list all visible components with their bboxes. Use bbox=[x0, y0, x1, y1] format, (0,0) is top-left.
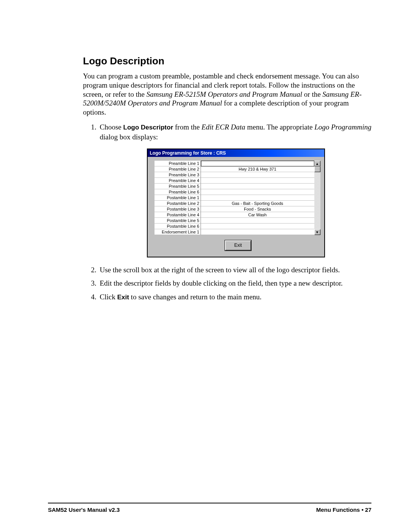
row-value[interactable]: Hwy 210 & Hwy 371 bbox=[201, 166, 314, 172]
row-label: Postamble Line 4 bbox=[155, 212, 201, 218]
table-row[interactable]: Postamble Line 6 bbox=[155, 224, 314, 229]
row-value[interactable] bbox=[201, 229, 314, 235]
row-label: Preamble Line 6 bbox=[155, 189, 201, 195]
row-label: Preamble Line 4 bbox=[155, 178, 201, 184]
row-value[interactable]: Food - Snacks bbox=[201, 206, 314, 212]
scroll-track[interactable] bbox=[314, 166, 320, 229]
exit-label: Exit bbox=[117, 294, 129, 301]
chevron-up-icon: ▲ bbox=[315, 161, 319, 166]
step-4: Click Exit to save changes and return to… bbox=[98, 292, 372, 302]
table-row[interactable]: Preamble Line 4 bbox=[155, 178, 314, 184]
steps-list: Choose Logo Descriptor from the Edit ECR… bbox=[83, 122, 372, 302]
logo-programming-dialog: Logo Programming for Store : CRS Preambl… bbox=[147, 149, 325, 257]
row-value[interactable]: Car Wash bbox=[201, 212, 314, 218]
row-label: Postamble Line 2 bbox=[155, 201, 201, 206]
intro-text: or the bbox=[302, 90, 322, 98]
scroll-thumb[interactable] bbox=[314, 166, 320, 172]
section-heading: Logo Description bbox=[83, 55, 372, 67]
row-label: Postamble Line 3 bbox=[155, 206, 201, 212]
intro-paragraph: You can program a custom preamble, posta… bbox=[83, 72, 372, 117]
dialog-title: Logo Programming for Store : CRS bbox=[150, 150, 226, 156]
row-value[interactable] bbox=[201, 184, 314, 189]
footer-left: SAM52 User's Manual v2.3 bbox=[48, 506, 120, 513]
row-label: Postamble Line 6 bbox=[155, 224, 201, 229]
step-2: Use the scroll box at the right of the s… bbox=[98, 265, 372, 275]
row-label: Preamble Line 2 bbox=[155, 166, 201, 172]
row-value[interactable] bbox=[201, 189, 314, 195]
table-row[interactable]: Endorsement Line 1 bbox=[155, 229, 314, 235]
scroll-down-button[interactable]: ▼ bbox=[314, 229, 320, 235]
step-1: Choose Logo Descriptor from the Edit ECR… bbox=[98, 122, 372, 257]
menu-name: Edit ECR Data bbox=[201, 123, 245, 131]
exit-button[interactable]: Exit bbox=[225, 240, 251, 250]
row-value[interactable]: Gas - Bait - Sporting Goods bbox=[201, 201, 314, 206]
table-row[interactable]: Postamble Line 2 Gas - Bait - Sporting G… bbox=[155, 201, 314, 206]
table-row[interactable]: Postamble Line 4 Car Wash bbox=[155, 212, 314, 218]
dialog-name: Logo Programming bbox=[314, 123, 371, 131]
page-footer: SAM52 User's Manual v2.3 Menu Functions … bbox=[48, 506, 371, 513]
manual-ref-1: Samsung ER-5215M Operators and Program M… bbox=[147, 90, 302, 98]
row-value[interactable] bbox=[201, 218, 314, 224]
table-row[interactable]: Postamble Line 3 Food - Snacks bbox=[155, 206, 314, 212]
table-row[interactable]: Preamble Line 2 Hwy 210 & Hwy 371 bbox=[155, 166, 314, 172]
row-value[interactable] bbox=[201, 172, 314, 178]
footer-divider bbox=[48, 503, 371, 503]
dialog-titlebar: Logo Programming for Store : CRS bbox=[148, 149, 324, 157]
row-label: Endorsement Line 1 bbox=[155, 229, 201, 235]
row-label: Postamble Line 1 bbox=[155, 195, 201, 201]
scroll-up-button[interactable]: ▲ bbox=[314, 161, 320, 166]
row-value[interactable] bbox=[201, 161, 314, 166]
table-row[interactable]: Postamble Line 1 bbox=[155, 195, 314, 201]
logo-descriptor-label: Logo Descriptor bbox=[123, 124, 173, 131]
table-row[interactable]: Preamble Line 5 bbox=[155, 184, 314, 189]
chevron-down-icon: ▼ bbox=[315, 230, 319, 235]
descriptor-grid[interactable]: Preamble Line 1 Preamble Line 2 Hwy 210 … bbox=[155, 161, 314, 235]
row-label: Postamble Line 5 bbox=[155, 218, 201, 224]
row-value[interactable] bbox=[201, 224, 314, 229]
row-value[interactable] bbox=[201, 195, 314, 201]
footer-right: Menu Functions • 27 bbox=[316, 506, 371, 513]
table-row[interactable]: Preamble Line 6 bbox=[155, 189, 314, 195]
row-value[interactable] bbox=[201, 178, 314, 184]
row-label: Preamble Line 3 bbox=[155, 172, 201, 178]
step-3: Edit the descriptor fields by double cli… bbox=[98, 278, 372, 288]
table-row[interactable]: Preamble Line 3 bbox=[155, 172, 314, 178]
vertical-scrollbar[interactable]: ▲ ▼ bbox=[314, 161, 320, 235]
row-label: Preamble Line 5 bbox=[155, 184, 201, 189]
table-row[interactable]: Postamble Line 5 bbox=[155, 218, 314, 224]
row-label: Preamble Line 1 bbox=[155, 161, 201, 166]
table-row[interactable]: Preamble Line 1 bbox=[155, 161, 314, 166]
